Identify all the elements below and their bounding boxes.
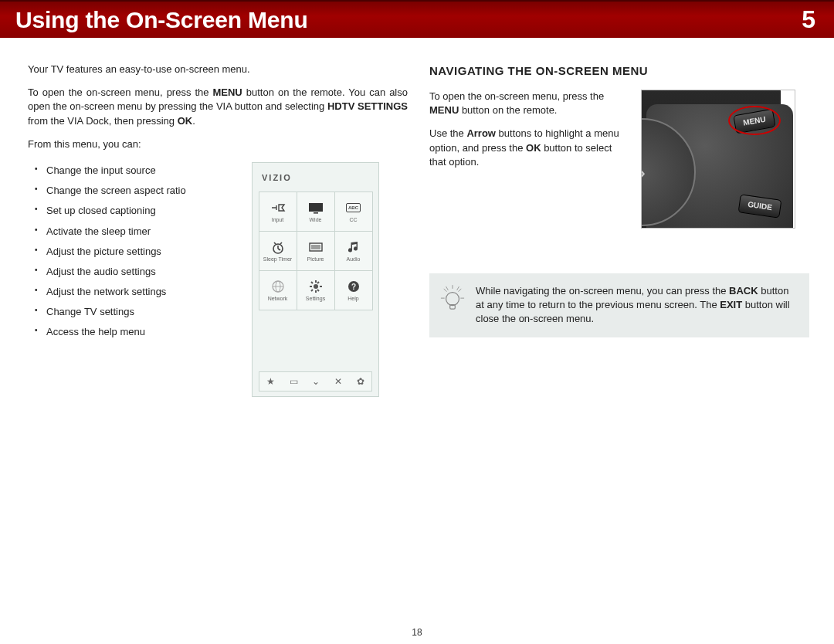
list-item: Access the help menu [46,325,238,339]
svg-line-15 [457,286,459,290]
intro-para-3: From this menu, you can: [28,137,408,151]
chapter-header: Using the On-Screen Menu 5 [0,0,834,38]
nav-para-2: Use the Arrow buttons to highlight a men… [429,127,630,169]
svg-point-16 [446,293,459,306]
menu-tile-settings: Settings [297,270,335,310]
svg-line-11 [459,289,462,292]
section-heading: NAVIGATING THE ON-SCREEN MENU [429,63,809,79]
list-item: Set up closed captioning [46,204,238,218]
list-item: Change the input source [46,164,238,178]
cc-icon: ABC [345,201,362,215]
intro-para-2: To open the on-screen menu, press the ME… [28,86,408,128]
gear-icon [307,280,324,293]
menu-tile-network: Network [259,270,297,310]
star-icon: ★ [266,375,275,388]
menu-tile-help: ? Help [334,270,373,310]
capability-list: Change the input source Change the scree… [28,164,238,340]
chapter-number: 5 [802,5,815,34]
menu-tile-audio: Audio [334,231,373,271]
svg-text:?: ? [351,282,355,290]
svg-rect-1 [314,212,318,214]
svg-line-14 [446,286,449,290]
rect-icon: ▭ [290,375,298,388]
right-column: NAVIGATING THE ON-SCREEN MENU To open th… [429,63,809,397]
vizio-bottom-row: ★ ▭ ⌄ ✕ ✿ [259,371,372,391]
tv-icon [307,201,324,215]
plug-icon [270,201,286,215]
menu-tile-wide: Wide [297,192,335,232]
list-item: Adjust the audio settings [46,265,238,279]
menu-tile-input: Input [259,192,297,232]
remote-illustration: › MENU GUIDE [641,90,795,229]
list-item: Activate the sleep timer [46,225,238,239]
globe-icon [270,280,286,293]
menu-tile-picture: Picture [297,231,335,271]
tip-text: While navigating the on-screen menu, you… [476,284,797,327]
tip-callout: While navigating the on-screen menu, you… [429,273,809,337]
close-icon: ✕ [334,375,342,388]
header-title: Using the On-Screen Menu [15,7,308,33]
svg-line-10 [444,289,447,292]
music-icon [345,240,362,254]
list-item: Change TV settings [46,305,238,319]
list-item: Adjust the network settings [46,285,238,299]
list-item: Adjust the picture settings [46,245,238,259]
nav-para-1: To open the on-screen menu, press the ME… [429,90,630,117]
vizio-menu-panel: VIZIO Input Wide [252,162,379,397]
chevron-down-icon: ⌄ [312,375,320,388]
menu-tile-cc: ABC CC [334,192,373,232]
help-icon: ? [345,280,362,293]
clock-icon [270,240,286,254]
vizio-logo: VIZIO [262,172,372,184]
left-column: Your TV features an easy-to-use on-scree… [28,63,408,397]
page-number: 18 [0,627,834,638]
page-content: Your TV features an easy-to-use on-scree… [0,38,834,397]
svg-point-6 [314,284,318,289]
lightbulb-icon [440,284,465,327]
gear-small-icon: ✿ [357,375,364,388]
menu-tile-sleep: Sleep Timer [259,231,297,271]
picture-icon [307,240,324,254]
highlight-circle [728,106,781,135]
svg-rect-0 [309,203,323,212]
list-item: Change the screen aspect ratio [46,184,238,198]
intro-para-1: Your TV features an easy-to-use on-scree… [28,63,408,76]
